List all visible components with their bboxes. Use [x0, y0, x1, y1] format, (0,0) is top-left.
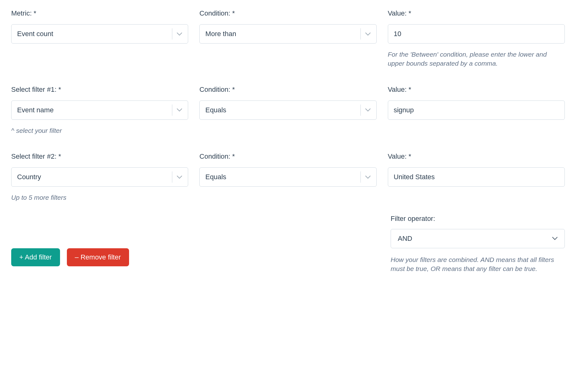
metric-value-hint: For the 'Between' condition, please ente…	[388, 50, 565, 68]
metric-value-label: Value: *	[388, 9, 565, 17]
operator-label: Filter operator:	[391, 215, 435, 222]
operator-block: Filter operator: AND How your filters ar…	[391, 215, 565, 273]
select-divider	[172, 105, 172, 116]
metric-label: Metric: *	[11, 9, 188, 17]
operator-hint: How your filters are combined. AND means…	[391, 255, 565, 273]
metric-col: Metric: * Event count	[11, 9, 188, 44]
metric-value-col: Value: * For the 'Between' condition, pl…	[388, 9, 565, 68]
filter1-value-input[interactable]	[388, 100, 565, 120]
filter1-select-value: Event name	[17, 106, 172, 114]
filter1-hint: ^ select your filter	[11, 126, 188, 135]
chevron-down-icon	[365, 31, 371, 37]
chevron-down-icon	[177, 174, 182, 180]
operator-select-value: AND	[398, 235, 552, 243]
select-divider	[360, 105, 361, 116]
select-divider	[360, 171, 361, 183]
filter2-col: Select filter #2: * Country Up to 5 more…	[11, 152, 188, 202]
filter2-hint: Up to 5 more filters	[11, 193, 188, 202]
filter1-select[interactable]: Event name	[11, 100, 188, 120]
filter2-select[interactable]: Country	[11, 167, 188, 187]
metric-select-value: Event count	[17, 30, 172, 38]
filter1-condition-select[interactable]: Equals	[199, 100, 376, 120]
filter2-condition-label: Condition: *	[199, 152, 376, 161]
filter2-row: Select filter #2: * Country Up to 5 more…	[11, 152, 565, 202]
operator-select[interactable]: AND	[391, 229, 565, 248]
filter2-condition-value: Equals	[205, 173, 360, 181]
filter2-value-col: Value: *	[388, 152, 565, 187]
chevron-down-icon	[365, 107, 371, 113]
chevron-down-icon	[552, 236, 558, 241]
add-filter-button[interactable]: + Add filter	[11, 248, 60, 266]
filter1-value-col: Value: *	[388, 86, 565, 120]
metric-select[interactable]: Event count	[11, 24, 188, 44]
filter1-label: Select filter #1: *	[11, 86, 188, 94]
metric-condition-label: Condition: *	[199, 9, 376, 17]
metric-condition-select[interactable]: More than	[199, 24, 376, 44]
filter1-condition-value: Equals	[205, 106, 360, 114]
select-divider	[172, 171, 172, 183]
filter2-label: Select filter #2: *	[11, 152, 188, 161]
filter2-condition-select[interactable]: Equals	[199, 167, 376, 187]
filter2-value-input[interactable]	[388, 167, 565, 187]
button-group: + Add filter – Remove filter	[11, 215, 379, 266]
filter2-value-label: Value: *	[388, 152, 565, 161]
filter2-select-value: Country	[17, 173, 172, 181]
filter1-col: Select filter #1: * Event name ^ select …	[11, 86, 188, 135]
filter1-condition-label: Condition: *	[199, 86, 376, 94]
filter2-condition-col: Condition: * Equals	[199, 152, 376, 187]
metric-row: Metric: * Event count Condition: * More …	[11, 9, 565, 68]
select-divider	[360, 28, 361, 40]
filter1-value-label: Value: *	[388, 86, 565, 94]
filter1-row: Select filter #1: * Event name ^ select …	[11, 86, 565, 135]
filter1-condition-col: Condition: * Equals	[199, 86, 376, 120]
remove-filter-button[interactable]: – Remove filter	[67, 248, 129, 266]
select-divider	[172, 28, 172, 40]
metric-condition-value: More than	[205, 30, 360, 38]
chevron-down-icon	[177, 107, 182, 113]
chevron-down-icon	[177, 31, 182, 37]
chevron-down-icon	[365, 174, 371, 180]
metric-condition-col: Condition: * More than	[199, 9, 376, 44]
bottom-row: + Add filter – Remove filter Filter oper…	[11, 215, 565, 273]
metric-value-input[interactable]	[388, 24, 565, 44]
